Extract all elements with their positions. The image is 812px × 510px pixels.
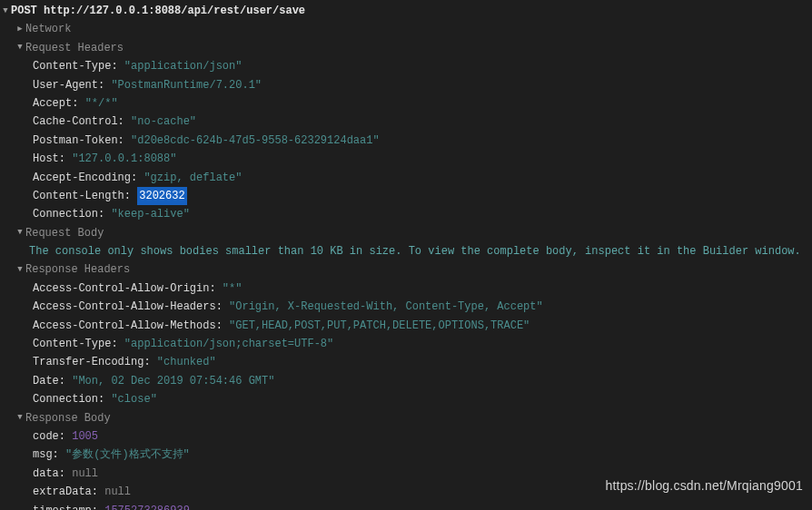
header-key: Content-Type: — [33, 57, 118, 75]
header-value-highlighted[interactable]: 3202632 — [137, 187, 186, 205]
chevron-down-icon[interactable] — [15, 411, 25, 425]
header-key: Content-Type: — [33, 335, 118, 353]
header-key: Connection: — [33, 205, 104, 223]
section-label-res-body: Response Body — [25, 409, 111, 427]
body-size-message: The console only shows bodies smaller th… — [29, 242, 801, 260]
header-value: "127.0.0.1:8088" — [72, 150, 176, 168]
header-row: Access-Control-Allow-Origin: "*" — [0, 280, 812, 298]
watermark: https://blog.csdn.net/Mrqiang9001 — [605, 476, 803, 497]
header-row: Accept: "*/*" — [0, 94, 812, 113]
header-row: Access-Control-Allow-Methods: "GET,HEAD,… — [0, 317, 812, 335]
header-key: Date: — [33, 372, 65, 390]
body-key: extraData: — [33, 483, 98, 501]
header-value: "Mon, 02 Dec 2019 07:54:46 GMT" — [72, 372, 274, 390]
section-label-res-headers: Response Headers — [25, 260, 130, 279]
header-row: Content-Type: "application/json;charset=… — [0, 335, 812, 353]
body-value: null — [104, 483, 131, 501]
body-key: msg: — [33, 446, 59, 464]
header-key: Access-Control-Allow-Origin: — [33, 280, 216, 298]
header-key: Transfer-Encoding: — [33, 353, 151, 371]
request-body-info: The console only shows bodies smaller th… — [0, 242, 812, 260]
body-row: code: 1005 — [0, 427, 812, 446]
body-key: data: — [33, 465, 65, 483]
header-value: "close" — [111, 390, 156, 408]
header-key: Accept-Encoding: — [33, 169, 137, 187]
section-request-headers[interactable]: Request Headers — [0, 39, 812, 57]
body-value: "参数(文件)格式不支持" — [65, 446, 190, 464]
header-value: "d20e8cdc-624b-47d5-9558-62329124daa1" — [131, 132, 380, 150]
header-key: User-Agent: — [33, 76, 104, 94]
header-row: Access-Control-Allow-Headers: "Origin, X… — [0, 298, 812, 316]
body-row: msg: "参数(文件)格式不支持" — [0, 446, 812, 464]
header-row: Cache-Control: "no-cache" — [0, 113, 812, 131]
chevron-down-icon[interactable] — [15, 263, 25, 277]
header-row: Postman-Token: "d20e8cdc-624b-47d5-9558-… — [0, 132, 812, 150]
request-line[interactable]: POST http://127.0.0.1:8088/api/rest/user… — [0, 2, 812, 20]
body-key: code: — [33, 427, 65, 446]
header-key: Connection: — [33, 390, 104, 408]
header-key: Access-Control-Allow-Headers: — [33, 298, 223, 316]
header-value: "*" — [223, 280, 243, 298]
header-value: "PostmanRuntime/7.20.1" — [111, 76, 262, 94]
header-value: "chunked" — [157, 353, 216, 371]
header-row: Date: "Mon, 02 Dec 2019 07:54:46 GMT" — [0, 372, 812, 390]
body-value: null — [72, 465, 98, 483]
chevron-down-icon[interactable] — [15, 226, 25, 240]
header-row: Transfer-Encoding: "chunked" — [0, 353, 812, 371]
header-key: Accept: — [33, 94, 78, 113]
section-response-headers[interactable]: Response Headers — [0, 260, 812, 279]
header-value: "keep-alive" — [111, 205, 189, 223]
body-key: timestamp: — [33, 502, 98, 510]
header-key: Access-Control-Allow-Methods: — [33, 317, 223, 335]
header-value: "Origin, X-Requested-With, Content-Type,… — [229, 298, 543, 316]
header-row: Host: "127.0.0.1:8088" — [0, 150, 812, 168]
header-row: Connection: "keep-alive" — [0, 205, 812, 223]
chevron-down-icon[interactable] — [0, 5, 11, 18]
header-value: "no-cache" — [131, 113, 196, 131]
section-request-body[interactable]: Request Body — [0, 224, 812, 242]
header-value: "*/*" — [85, 94, 118, 113]
header-row: User-Agent: "PostmanRuntime/7.20.1" — [0, 76, 812, 94]
section-label-network: Network — [25, 20, 71, 38]
header-value: "GET,HEAD,POST,PUT,PATCH,DELETE,OPTIONS,… — [229, 317, 530, 335]
body-value: 1575273286939 — [104, 502, 190, 510]
header-value: "application/json;charset=UTF-8" — [124, 335, 333, 353]
header-key: Content-Length: — [33, 187, 131, 205]
header-row: Connection: "close" — [0, 390, 812, 408]
chevron-down-icon[interactable] — [15, 41, 25, 54]
header-value: "application/json" — [124, 57, 243, 75]
section-label-req-body: Request Body — [25, 224, 104, 242]
header-value: "gzip, deflate" — [144, 169, 242, 187]
header-row: Content-Type: "application/json" — [0, 57, 812, 75]
section-label-req-headers: Request Headers — [25, 39, 124, 57]
request-url: http://127.0.0.1:8088/api/rest/user/save — [44, 5, 305, 17]
body-value: 1005 — [72, 427, 98, 446]
section-response-body[interactable]: Response Body — [0, 409, 812, 427]
header-row: Accept-Encoding: "gzip, deflate" — [0, 169, 812, 187]
header-key: Postman-Token: — [33, 132, 124, 150]
header-row: Content-Length: 3202632 — [0, 187, 812, 205]
body-row: timestamp: 1575273286939 — [0, 502, 812, 510]
chevron-right-icon[interactable] — [15, 23, 25, 36]
section-network[interactable]: Network — [0, 20, 812, 38]
header-key: Host: — [33, 150, 65, 168]
http-method: POST — [11, 5, 37, 17]
header-key: Cache-Control: — [33, 113, 124, 131]
